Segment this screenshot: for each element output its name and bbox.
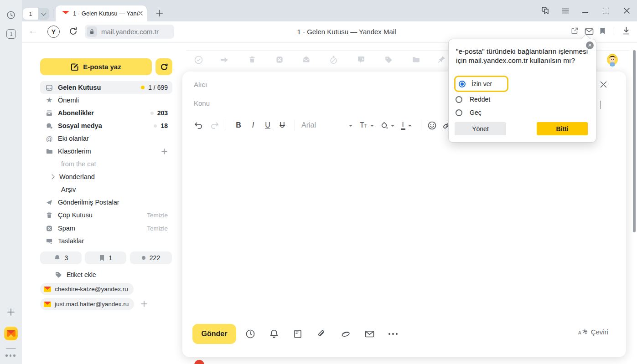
sidebar-item-important[interactable]: ★ Önemli [40, 94, 172, 107]
schedule-send-icon[interactable] [245, 329, 255, 339]
message-body-field[interactable] [194, 140, 613, 318]
bookmark-icon[interactable] [599, 27, 606, 35]
minimize-icon[interactable] [582, 12, 588, 13]
label-icon[interactable] [384, 56, 393, 64]
message-options-icon[interactable] [364, 329, 375, 339]
move-folder-icon[interactable] [412, 56, 420, 64]
contact-avatar-partial [194, 360, 204, 364]
sidebar-item-wonderland[interactable]: Wonderland [40, 170, 172, 183]
sidebar-item-from-the-cat[interactable]: from the cat [40, 158, 172, 170]
add-label-button[interactable]: Etiket ekle [55, 271, 96, 279]
user-avatar[interactable] [606, 53, 619, 67]
yandex-mail-app-icon[interactable] [4, 327, 18, 340]
snooze-icon[interactable] [329, 56, 338, 64]
expand-chevron-icon[interactable] [49, 174, 54, 179]
mail-refresh-button[interactable] [155, 58, 172, 75]
radio-selected-icon[interactable] [459, 81, 466, 87]
tab-group-chip[interactable]: 1 [23, 8, 49, 20]
collections-icon[interactable] [540, 5, 550, 15]
clear-trash-button[interactable]: Temizle [147, 212, 168, 219]
rail-add-icon[interactable] [7, 308, 15, 316]
reload-icon[interactable] [68, 26, 78, 36]
tab-close-icon[interactable] [138, 10, 143, 16]
sidebar-item-archive[interactable]: Arşiv [40, 183, 172, 196]
collapse-compose-chevron-icon[interactable] [601, 101, 601, 109]
add-folder-icon[interactable] [161, 148, 168, 155]
forward-icon[interactable] [220, 56, 228, 63]
sidebar-item-sent[interactable]: Gönderilmiş Postalar [40, 196, 172, 209]
radio-icon[interactable] [456, 96, 462, 103]
template-icon[interactable] [293, 329, 303, 339]
option-allow[interactable]: İzin ver [454, 76, 508, 92]
to-field[interactable]: Alıcı [194, 81, 207, 88]
mark-read-icon[interactable] [302, 55, 311, 64]
active-tab[interactable]: 1 · Gelen Kutusu — Yand [56, 5, 147, 21]
option-deny[interactable]: Reddet [456, 94, 490, 104]
sidebar-item-subscriptions[interactable]: Abonelikler 203 [40, 107, 172, 119]
pin-icon[interactable] [437, 55, 446, 64]
mark-spam-icon[interactable] [275, 56, 284, 64]
reminder-icon[interactable] [357, 56, 365, 64]
menu-icon[interactable] [561, 7, 570, 15]
more-actions-icon[interactable] [388, 333, 398, 335]
page-scrollbar[interactable] [633, 50, 636, 232]
reminders-pill[interactable]: 3 [40, 251, 82, 264]
lock-icon[interactable] [87, 26, 97, 37]
delete-icon[interactable] [248, 56, 256, 64]
text-color-button[interactable]: I [401, 121, 405, 130]
sidebar-item-social[interactable]: Sosyal medya 18 [40, 119, 172, 132]
account-chip[interactable]: cheshire-katze@yandex.ru [40, 283, 134, 295]
undo-icon[interactable] [194, 121, 203, 130]
font-size-select[interactable]: TT [360, 121, 368, 129]
radio-icon[interactable] [456, 109, 462, 116]
sidebar-item-attachments[interactable]: @ Eki olanlar [40, 132, 172, 145]
bold-button[interactable]: B [233, 121, 244, 129]
history-icon[interactable] [6, 10, 16, 20]
unread-dot [141, 86, 145, 89]
rail-more-icon[interactable] [5, 354, 16, 357]
download-icon[interactable] [621, 26, 631, 36]
notify-icon[interactable] [269, 329, 279, 339]
redo-icon[interactable] [210, 121, 219, 130]
yandex-services-icon[interactable]: Y [47, 26, 60, 38]
option-skip[interactable]: Geç [456, 108, 482, 118]
italic-button[interactable]: I [247, 121, 259, 129]
translate-button[interactable]: A Çeviri [578, 328, 608, 336]
tab-counter[interactable]: 1 [6, 29, 16, 39]
font-family-dropdown-icon[interactable] [349, 125, 352, 127]
sidebar-item-my-folders[interactable]: Klasörlerim [40, 145, 172, 158]
font-family-select[interactable]: Arial [301, 121, 316, 129]
close-window-icon[interactable] [623, 7, 630, 14]
share-icon[interactable] [570, 26, 579, 36]
manage-button[interactable]: Yönet [455, 122, 506, 135]
sidebar-item-drafts[interactable]: Taslaklar [40, 235, 172, 247]
bookmarks-pill[interactable]: 1 [85, 251, 126, 264]
account-chip[interactable]: just.mad.hatter@yandex.ru [40, 298, 134, 310]
sidebar-item-spam[interactable]: Spam Temizle [40, 222, 172, 235]
sidebar-item-inbox[interactable]: Gelen Kutusu 1 / 699 [40, 81, 172, 94]
emoji-icon[interactable] [428, 121, 436, 130]
done-button[interactable]: Bitti [537, 122, 588, 135]
new-tab-icon[interactable] [156, 10, 163, 17]
text-color-dropdown-icon[interactable] [408, 125, 412, 127]
compose-button[interactable]: E-posta yaz [40, 58, 152, 75]
send-button[interactable]: Gönder [192, 324, 236, 344]
strikethrough-button[interactable]: U [276, 121, 288, 129]
highlight-color-icon[interactable] [380, 122, 388, 129]
subject-field[interactable]: Konu [194, 99, 210, 107]
address-bar[interactable]: mail.yandex.com.tr [85, 25, 174, 39]
underline-button[interactable]: U [262, 121, 274, 129]
sidebar-item-trash[interactable]: Çöp Kutusu Temizle [40, 209, 172, 221]
close-compose-icon[interactable] [600, 81, 607, 88]
tab-group-chevron[interactable] [38, 8, 49, 20]
highlight-color-dropdown-icon[interactable] [391, 125, 394, 127]
back-icon[interactable]: ← [28, 25, 38, 36]
font-size-dropdown-icon[interactable] [370, 125, 374, 127]
unread-pill[interactable]: 222 [130, 251, 172, 264]
maximize-icon[interactable] [603, 8, 609, 14]
attach-from-disk-icon[interactable] [341, 329, 351, 339]
clear-spam-button[interactable]: Temizle [147, 225, 168, 232]
select-all-icon[interactable] [194, 56, 203, 64]
add-account-icon[interactable] [140, 300, 148, 308]
attach-file-icon[interactable] [316, 329, 326, 339]
